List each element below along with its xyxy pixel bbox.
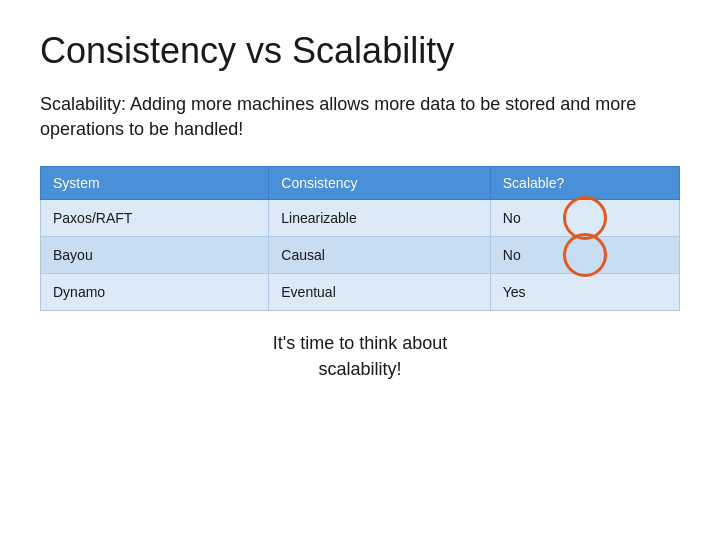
comparison-table: System Consistency Scalable? Paxos/RAFTL…	[40, 166, 680, 311]
bottom-note: It's time to think aboutscalability!	[40, 331, 680, 381]
cell-consistency: Eventual	[269, 274, 491, 311]
page-title: Consistency vs Scalability	[40, 30, 680, 72]
cell-scalable: No	[490, 237, 679, 274]
subtitle-text: Scalability: Adding more machines allows…	[40, 92, 680, 142]
table-row: BayouCausalNo	[41, 237, 680, 274]
header-system: System	[41, 167, 269, 200]
cell-system: Dynamo	[41, 274, 269, 311]
table-row: Paxos/RAFTLinearizableNo	[41, 200, 680, 237]
cell-consistency: Causal	[269, 237, 491, 274]
highlight-circle	[563, 233, 607, 277]
cell-scalable: No	[490, 200, 679, 237]
table-row: DynamoEventualYes	[41, 274, 680, 311]
cell-system: Paxos/RAFT	[41, 200, 269, 237]
cell-scalable: Yes	[490, 274, 679, 311]
header-scalable: Scalable?	[490, 167, 679, 200]
header-consistency: Consistency	[269, 167, 491, 200]
cell-system: Bayou	[41, 237, 269, 274]
cell-consistency: Linearizable	[269, 200, 491, 237]
